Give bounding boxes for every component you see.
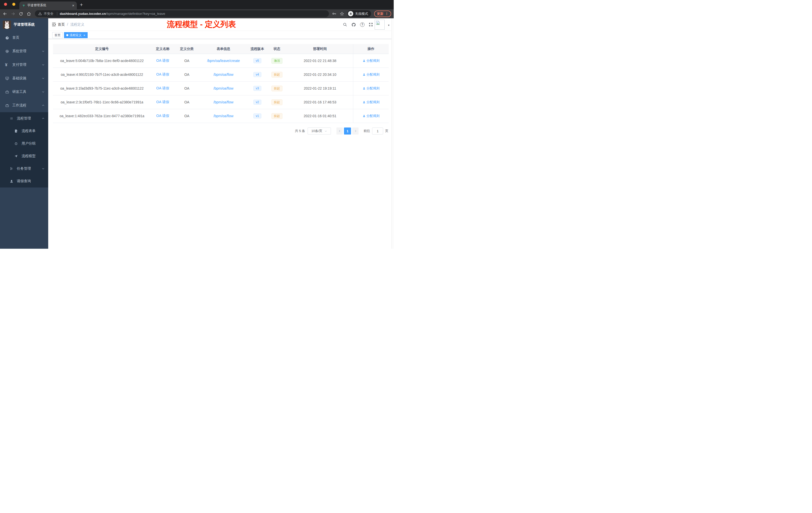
active-dot (66, 34, 68, 36)
goto-page-input[interactable]: 1 (372, 127, 383, 134)
sidebar-item-process-form[interactable]: 流程表单 (0, 125, 48, 137)
browser-tab[interactable]: 芋道管理系统 × (19, 1, 77, 9)
assign-rule-button[interactable]: 分配规则 (353, 68, 389, 81)
branch-flow-icon (9, 167, 13, 171)
chevron-down-icon (42, 90, 45, 93)
cell-definition-id: oa_leave:4:991f2193-7b7f-11ec-a3c8-acde4… (53, 68, 151, 81)
version-badge: v4 (253, 72, 262, 77)
forward-icon[interactable] (11, 11, 15, 16)
cell-definition-id: oa_leave:1:482ec033-762a-11ec-8477-a2380… (53, 109, 151, 123)
col-header: 部署时间 (287, 44, 353, 54)
prev-page-button[interactable] (337, 127, 343, 134)
browser-menu-dots-icon[interactable]: ⋮ (385, 12, 388, 16)
chrome-update-button[interactable]: 更新 ⋮ (374, 10, 391, 17)
chevron-down-icon (42, 63, 45, 66)
form-link[interactable]: /bpm/oa/flow (213, 86, 233, 90)
tag-close-icon[interactable]: × (83, 33, 85, 37)
sidebar-item-label: 首页 (12, 35, 19, 40)
back-icon[interactable] (3, 11, 7, 16)
sidebar-item-workflow[interactable]: 工作流程 (0, 99, 48, 112)
form-link[interactable]: /bpm/oa/leave/create (207, 59, 240, 63)
version-badge: v1 (253, 114, 262, 118)
sidebar-item-user-group[interactable]: 用户分组 (0, 137, 48, 150)
form-link[interactable]: /bpm/oa/flow (213, 72, 233, 77)
assign-rule-button[interactable]: 分配规则 (353, 109, 389, 123)
form-link[interactable]: /bpm/oa/flow (213, 114, 233, 118)
help-icon[interactable]: ? (360, 22, 365, 27)
window-minimize-button[interactable] (12, 3, 15, 6)
reload-icon[interactable] (19, 12, 23, 16)
definition-name-link[interactable]: OA 请假 (156, 100, 169, 104)
sidebar-item-payment[interactable]: ¥ 支付管理 (0, 58, 48, 71)
sidebar-logo-row[interactable]: 芋道管理系统 (0, 18, 48, 31)
sidebar-item-label: 研发工具 (12, 90, 26, 94)
sidebar-item-label: 任务管理 (17, 167, 31, 171)
new-tab-button[interactable]: + (80, 2, 83, 8)
assign-rule-label: 分配规则 (367, 114, 380, 118)
fullscreen-icon[interactable] (369, 22, 373, 27)
app-navbar: 首页 / 流程定义 流程模型 - 定义列表 ? ▾ (48, 18, 394, 31)
tab-close-icon[interactable]: × (72, 3, 74, 7)
user-icon (9, 179, 13, 183)
github-icon[interactable] (351, 22, 356, 27)
sidebar-item-label: 请假查询 (17, 179, 31, 183)
definition-name-link[interactable]: OA 请假 (156, 86, 169, 91)
assign-rule-button[interactable]: 分配规则 (353, 54, 389, 67)
home-icon[interactable] (27, 11, 31, 16)
definition-name-link[interactable]: OA 请假 (156, 114, 169, 118)
definition-name-link[interactable]: OA 请假 (156, 58, 169, 63)
chevron-down-icon (42, 77, 45, 80)
chevron-down-icon (42, 50, 45, 53)
cell-definition-id: oa_leave:3:1fad3d93-7b75-11ec-a3c8-acde4… (53, 82, 151, 95)
next-page-button[interactable] (352, 127, 358, 134)
search-icon[interactable] (343, 22, 347, 27)
page-size-select[interactable]: 10条/页 (308, 127, 331, 134)
status-badge: 激活 (271, 58, 283, 64)
sidebar-item-infra[interactable]: 基础设施 (0, 71, 48, 85)
url-path: /bpm/manager/definition?key=oa_leave (106, 12, 165, 16)
security-label[interactable]: 不安全 (44, 11, 54, 16)
url-bar[interactable]: 不安全 dashboard.yudao.iocoder.cn/bpm/manag… (35, 10, 329, 17)
page-scrollbar[interactable] (392, 18, 394, 249)
sidebar-item-system[interactable]: 系统管理 (0, 44, 48, 58)
tag-label: 流程定义 (69, 33, 82, 37)
definition-table: 定义编号 定义名称 定义分类 表单信息 流程版本 状态 部署时间 操作 oa_l… (53, 44, 389, 123)
security-warning-icon[interactable] (38, 12, 42, 16)
tag-home[interactable]: 首页 (52, 32, 63, 38)
sidebar-item-devtools[interactable]: 研发工具 (0, 85, 48, 99)
breadcrumb-home[interactable]: 首页 (58, 22, 65, 27)
definition-name-link[interactable]: OA 请假 (156, 72, 169, 77)
col-header: 操作 (353, 44, 389, 54)
page-number-1[interactable]: 1 (344, 127, 351, 134)
list-tree-icon (9, 117, 13, 120)
chevron-down-icon (42, 167, 45, 170)
assign-rule-label: 分配规则 (367, 86, 380, 91)
window-close-button[interactable] (4, 3, 7, 6)
tag-process-definition[interactable]: 流程定义 × (64, 32, 88, 38)
table-row: oa_leave:1:482ec033-762a-11ec-8477-a2380… (53, 109, 389, 123)
status-badge: 挂起 (271, 86, 283, 91)
form-link[interactable]: /bpm/oa/flow (213, 100, 233, 104)
sidebar-item-label: 流程表单 (22, 129, 36, 133)
sidebar-item-process-mgmt[interactable]: 流程管理 (0, 112, 48, 125)
breadcrumb-current: 流程定义 (70, 22, 84, 27)
hamburger-collapse-icon[interactable] (52, 22, 56, 27)
sidebar-item-leave-query[interactable]: 请假查询 (0, 175, 48, 187)
bookmark-star-icon[interactable] (340, 11, 344, 16)
sidebar-item-home[interactable]: 首页 (0, 31, 48, 44)
sidebar-item-task-mgmt[interactable]: 任务管理 (0, 162, 48, 175)
sidebar-item-process-model[interactable]: 流程模型 (0, 150, 48, 162)
incognito-badge: 无痕模式 (347, 10, 371, 17)
browser-toolbar: 不安全 dashboard.yudao.iocoder.cn/bpm/manag… (0, 9, 394, 18)
page-unit-label: 页 (385, 129, 388, 133)
avatar-caret-down-icon[interactable]: ▾ (388, 24, 389, 27)
pagination: 共 5 条 10条/页 1 前往 1 页 (48, 127, 388, 134)
assign-rule-button[interactable]: 分配规则 (353, 82, 389, 95)
password-key-icon[interactable] (332, 11, 337, 16)
avatar[interactable] (375, 20, 385, 30)
briefcase-icon (5, 103, 9, 108)
incognito-label: 无痕模式 (355, 11, 368, 16)
url-text[interactable]: dashboard.yudao.iocoder.cn/bpm/manager/d… (60, 12, 165, 16)
status-badge: 挂起 (271, 113, 283, 119)
assign-rule-button[interactable]: 分配规则 (353, 95, 389, 109)
